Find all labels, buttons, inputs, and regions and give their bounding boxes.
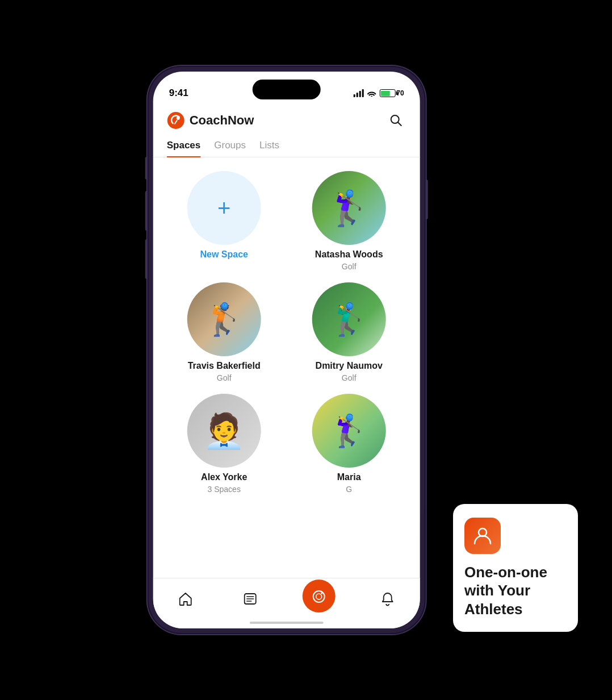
natasha-name: Natasha Woods	[315, 249, 383, 260]
tab-spaces[interactable]: Spaces	[167, 140, 201, 157]
space-item-alex[interactable]: Alex Yorke 3 Spaces	[165, 394, 284, 494]
app-header: CoachNow	[153, 106, 420, 131]
dmitry-avatar	[312, 282, 386, 356]
maria-sub: G	[346, 485, 352, 494]
natasha-avatar	[312, 171, 386, 245]
travis-avatar	[187, 282, 261, 356]
new-space-label: New Space	[200, 249, 248, 260]
dmitry-name: Dmitry Naumov	[316, 361, 383, 371]
volume-up-button	[145, 191, 148, 231]
natasha-sub: Golf	[342, 262, 357, 271]
mute-button	[145, 157, 148, 180]
new-space-avatar: +	[187, 171, 261, 245]
alex-sub: 3 Spaces	[208, 485, 241, 494]
volume-down-button	[145, 239, 148, 279]
list-icon	[243, 591, 258, 606]
camera-icon	[311, 588, 327, 604]
phone-screen: 9:41	[153, 72, 420, 628]
bottom-nav	[153, 578, 420, 628]
scene: 9:41	[0, 0, 612, 700]
space-item-travis[interactable]: Travis Bakerfield Golf	[165, 282, 284, 382]
travis-name: Travis Bakerfield	[188, 361, 261, 371]
travis-sub: Golf	[217, 373, 232, 382]
home-indicator	[250, 622, 324, 624]
phone-shell: 9:41	[148, 66, 426, 634]
svg-line-3	[398, 123, 401, 126]
space-item-dmitry[interactable]: Dmitry Naumov Golf	[290, 282, 409, 382]
plus-icon: +	[217, 197, 230, 219]
space-item-maria[interactable]: Maria G	[290, 394, 409, 494]
maria-avatar	[312, 394, 386, 468]
app-title: CoachNow	[190, 113, 254, 128]
dmitry-sub: Golf	[342, 373, 357, 382]
tooltip-icon-wrap	[464, 518, 501, 554]
nav-camera[interactable]	[303, 580, 336, 612]
status-icons: 70	[353, 89, 404, 97]
person-icon	[472, 526, 493, 546]
maria-name: Maria	[337, 472, 361, 482]
nav-bell[interactable]	[375, 586, 400, 611]
wifi-icon	[367, 90, 376, 97]
alex-avatar	[187, 394, 261, 468]
spaces-grid: + New Space Natasha Woods Golf Travis Ba…	[153, 157, 420, 507]
tab-groups[interactable]: Groups	[214, 140, 246, 157]
tab-bar: Spaces Groups Lists	[153, 133, 420, 157]
bell-icon	[380, 591, 395, 606]
nav-home[interactable]	[173, 586, 198, 611]
space-item-natasha[interactable]: Natasha Woods Golf	[290, 171, 409, 271]
home-icon	[178, 591, 193, 606]
tooltip-text: One-on-one with Your Athletes	[464, 563, 567, 619]
svg-point-9	[316, 594, 322, 599]
tooltip-card: One-on-one with Your Athletes	[453, 504, 578, 632]
tab-lists[interactable]: Lists	[259, 140, 279, 157]
search-button[interactable]	[386, 110, 406, 131]
status-time: 9:41	[169, 88, 188, 99]
battery-icon: 70	[379, 89, 404, 97]
logo-area: CoachNow	[167, 111, 254, 130]
battery-pct: 70	[396, 89, 404, 97]
search-icon	[390, 114, 403, 127]
svg-point-10	[321, 593, 322, 594]
svg-point-8	[313, 591, 325, 602]
power-button	[426, 180, 428, 219]
space-item-new[interactable]: + New Space	[165, 171, 284, 271]
svg-point-1	[177, 116, 180, 120]
signal-icon	[353, 89, 363, 97]
svg-point-0	[167, 112, 185, 129]
nav-list[interactable]	[238, 586, 263, 611]
logo-icon	[167, 111, 185, 130]
alex-name: Alex Yorke	[201, 472, 247, 482]
dynamic-island	[253, 80, 321, 99]
